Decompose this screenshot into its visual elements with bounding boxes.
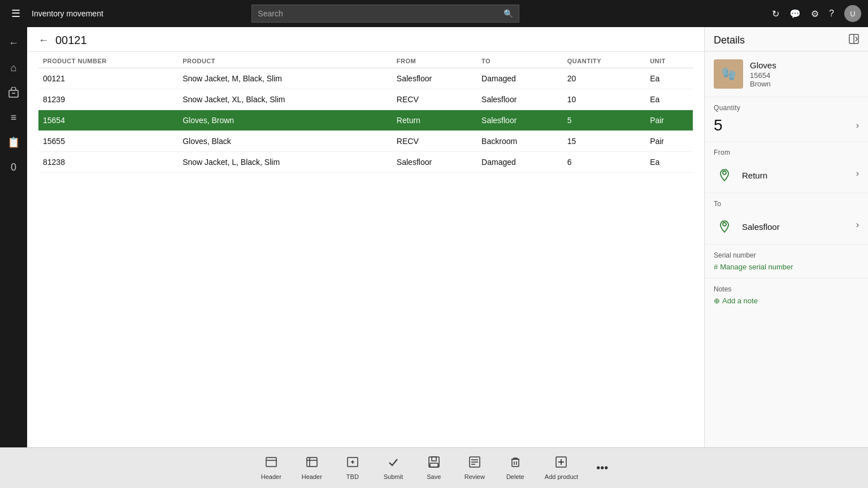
cell-from: RECV bbox=[392, 89, 477, 110]
to-location-icon bbox=[714, 216, 735, 237]
col-header-from: FROM bbox=[392, 52, 477, 68]
table-row[interactable]: 81238 Snow Jacket, L, Black, Slim Salesf… bbox=[38, 152, 693, 173]
quantity-chevron[interactable]: › bbox=[856, 120, 859, 130]
col-header-product: PRODUCT bbox=[178, 52, 392, 68]
sidebar-item-zero[interactable]: 0 bbox=[2, 156, 25, 178]
cell-product-number: 15655 bbox=[38, 131, 178, 152]
quantity-row: 5 › bbox=[714, 116, 859, 134]
cell-product-number: 81238 bbox=[38, 152, 178, 173]
add-note-text[interactable]: Add a note bbox=[722, 297, 758, 305]
product-color: Brown bbox=[750, 80, 776, 88]
comment-icon[interactable]: 💬 bbox=[789, 8, 801, 19]
bottom-toolbar: Header Header TBD Submit Save Review D bbox=[0, 447, 868, 488]
cell-to: Salesfloor bbox=[477, 89, 563, 110]
quantity-section: Quantity 5 › bbox=[705, 97, 868, 142]
expand-icon[interactable] bbox=[849, 34, 859, 46]
svg-rect-6 bbox=[266, 457, 276, 467]
back-button[interactable]: ← bbox=[38, 34, 49, 46]
add-product-label: Add product bbox=[545, 473, 578, 480]
inventory-table-area: PRODUCT NUMBER PRODUCT FROM TO QUANTITY … bbox=[27, 52, 704, 447]
from-location-icon bbox=[714, 164, 735, 186]
manage-serial-number-link[interactable]: # Manage serial number bbox=[714, 263, 859, 271]
search-input[interactable] bbox=[258, 9, 499, 18]
settings-icon[interactable]: ⚙ bbox=[811, 8, 819, 19]
notes-label: Notes bbox=[714, 285, 859, 293]
refresh-icon[interactable]: ↻ bbox=[772, 8, 779, 19]
review-label: Review bbox=[465, 473, 485, 480]
inventory-table: PRODUCT NUMBER PRODUCT FROM TO QUANTITY … bbox=[38, 52, 693, 173]
quantity-label: Quantity bbox=[714, 104, 859, 112]
submit-label: Submit bbox=[384, 473, 403, 480]
table-row[interactable]: 15654 Gloves, Brown Return Salesfloor 5 … bbox=[38, 110, 693, 131]
app-title: Inventory movement bbox=[32, 9, 122, 18]
cell-from: RECV bbox=[392, 131, 477, 152]
cell-to: Salesfloor bbox=[477, 110, 563, 131]
submit-button[interactable]: Submit bbox=[373, 448, 414, 489]
delete-button[interactable]: Delete bbox=[495, 448, 536, 489]
cell-product: Snow Jacket, XL, Black, Slim bbox=[178, 89, 392, 110]
table-row[interactable]: 81239 Snow Jacket, XL, Black, Slim RECV … bbox=[38, 89, 693, 110]
header2-button[interactable]: Header bbox=[292, 448, 332, 489]
cell-product: Snow Jacket, L, Black, Slim bbox=[178, 152, 392, 173]
cell-product: Gloves, Black bbox=[178, 131, 392, 152]
cell-product: Snow Jacket, M, Black, Slim bbox=[178, 68, 392, 89]
sidebar-item-back[interactable]: ← bbox=[2, 32, 25, 54]
delete-icon bbox=[509, 456, 522, 471]
serial-number-label: Serial number bbox=[714, 251, 859, 259]
sidebar-item-menu[interactable]: ≡ bbox=[2, 106, 25, 129]
topbar-actions: ↻ 💬 ⚙ ? U bbox=[772, 5, 861, 22]
save-icon bbox=[428, 456, 440, 471]
cell-product-number: 15654 bbox=[38, 110, 178, 131]
serial-link-text[interactable]: Manage serial number bbox=[720, 263, 793, 271]
sidebar-item-home[interactable]: ⌂ bbox=[2, 56, 25, 79]
cell-quantity: 5 bbox=[563, 110, 645, 131]
cell-quantity: 6 bbox=[563, 152, 645, 173]
add-product-button[interactable]: Add product bbox=[536, 448, 587, 489]
hamburger-menu-icon[interactable]: ☰ bbox=[7, 7, 25, 20]
product-image: 🧤 bbox=[714, 59, 743, 89]
tbd-button[interactable]: TBD bbox=[332, 448, 373, 489]
more-options-icon[interactable]: ••• bbox=[587, 457, 617, 479]
header1-icon bbox=[265, 456, 277, 471]
sidebar: ← ⌂ ≡ 📋 0 bbox=[0, 27, 27, 447]
cell-unit: Ea bbox=[645, 152, 693, 173]
table-row[interactable]: 00121 Snow Jacket, M, Black, Slim Salesf… bbox=[38, 68, 693, 89]
to-chevron[interactable]: › bbox=[856, 220, 859, 230]
search-bar: 🔍 bbox=[251, 5, 519, 23]
save-button[interactable]: Save bbox=[414, 448, 454, 489]
cell-from: Return bbox=[392, 110, 477, 131]
to-location-name: Salesfloor bbox=[742, 222, 780, 232]
from-location-name: Return bbox=[742, 171, 767, 180]
add-note-link[interactable]: ⊕ Add a note bbox=[714, 297, 859, 305]
from-location-row: Return bbox=[714, 164, 767, 186]
from-section: From Return › bbox=[705, 142, 868, 193]
cell-product-number: 00121 bbox=[38, 68, 178, 89]
delete-label: Delete bbox=[506, 473, 524, 480]
header1-button[interactable]: Header bbox=[251, 448, 292, 489]
help-icon[interactable]: ? bbox=[829, 8, 834, 19]
col-header-product-number: PRODUCT NUMBER bbox=[38, 52, 178, 68]
cell-unit: Ea bbox=[645, 89, 693, 110]
cell-quantity: 20 bbox=[563, 68, 645, 89]
cell-from: Salesfloor bbox=[392, 68, 477, 89]
to-location-row: Salesfloor bbox=[714, 216, 780, 237]
sidebar-item-tasks[interactable]: 📋 bbox=[2, 131, 25, 154]
notes-section: Notes ⊕ Add a note bbox=[705, 278, 868, 312]
tbd-icon bbox=[346, 456, 359, 471]
svg-rect-13 bbox=[432, 457, 436, 461]
main-layout: ← ⌂ ≡ 📋 0 ← 00121 PRODUCT NUMBER bbox=[0, 27, 868, 447]
header1-label: Header bbox=[261, 473, 281, 480]
header2-label: Header bbox=[302, 473, 322, 480]
from-label: From bbox=[714, 149, 859, 156]
col-header-unit: UNIT bbox=[645, 52, 693, 68]
sidebar-item-inventory[interactable] bbox=[2, 81, 25, 104]
to-label: To bbox=[714, 200, 859, 208]
from-chevron[interactable]: › bbox=[856, 168, 859, 178]
product-name: Gloves bbox=[750, 60, 776, 70]
cell-quantity: 15 bbox=[563, 131, 645, 152]
table-row[interactable]: 15655 Gloves, Black RECV Backroom 15 Pai… bbox=[38, 131, 693, 152]
cell-from: Salesfloor bbox=[392, 152, 477, 173]
top-navigation-bar: ☰ Inventory movement 🔍 ↻ 💬 ⚙ ? U bbox=[0, 0, 868, 27]
avatar[interactable]: U bbox=[844, 5, 861, 22]
review-button[interactable]: Review bbox=[454, 448, 495, 489]
